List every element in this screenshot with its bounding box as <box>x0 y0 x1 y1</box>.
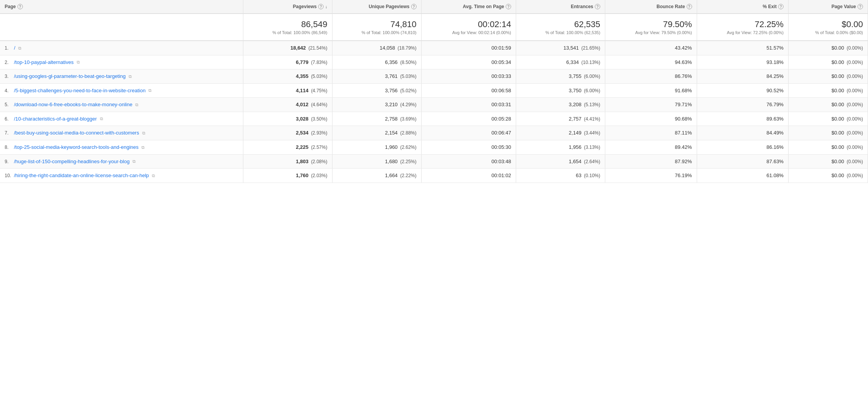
col-label-avg-time: Avg. Time on Page <box>463 4 504 9</box>
copy-icon[interactable]: ⧉ <box>152 173 157 179</box>
unique-pageviews-cell: 2,154 (2.88%) <box>332 126 421 140</box>
summary-bounce-rate-main: 79.50% <box>610 19 692 29</box>
row-number: 7. <box>5 130 12 136</box>
row-number: 6. <box>5 116 12 122</box>
pct-exit-cell: 87.63% <box>697 154 789 169</box>
avg-time-cell: 00:05:30 <box>421 140 516 154</box>
avg-time-value: 00:05:30 <box>491 144 511 150</box>
page-value-value: $0.00 <box>832 116 844 122</box>
entrances-cell: 3,750 (6.00%) <box>516 83 605 98</box>
entrances-cell: 3,208 (5.13%) <box>516 98 605 112</box>
page-cell: 5. /download-now-6-free-ebooks-to-make-m… <box>0 98 243 112</box>
col-label-page-value: Page Value <box>832 4 856 9</box>
pageviews-cell: 4,355 (5.03%) <box>243 69 332 84</box>
unique-pageviews-cell: 3,761 (5.03%) <box>332 69 421 84</box>
entrances-value: 6,334 <box>566 59 579 65</box>
pct-exit-cell: 61.08% <box>697 169 789 183</box>
summary-unique-pageviews-main: 74,810 <box>337 19 417 29</box>
pct-exit-value: 87.63% <box>766 159 784 164</box>
bounce-rate-value: 87.11% <box>675 130 692 136</box>
page-value-pct: (0.00%) <box>847 130 863 136</box>
bounce-rate-cell: 87.11% <box>605 126 697 140</box>
unique-pageviews-cell: 1,664 (2.22%) <box>332 169 421 183</box>
entrances-value: 63 <box>576 172 581 178</box>
unique-pageviews-pct: (5.03%) <box>400 74 417 79</box>
summary-avg-time-main: 00:02:14 <box>426 19 511 29</box>
question-icon-entrances[interactable]: ? <box>595 4 600 9</box>
bounce-rate-cell: 91.68% <box>605 83 697 98</box>
pageviews-cell: 1,803 (2.08%) <box>243 154 332 169</box>
page-link[interactable]: /top-10-paypal-alternatives <box>14 59 74 65</box>
page-link[interactable]: /10-characteristics-of-a-great-blogger <box>14 116 97 122</box>
pct-exit-cell: 84.25% <box>697 69 789 84</box>
entrances-cell: 3,755 (6.00%) <box>516 69 605 84</box>
entrances-value: 3,755 <box>569 73 582 79</box>
avg-time-value: 00:03:48 <box>491 159 511 164</box>
question-icon-page[interactable]: ? <box>17 4 23 9</box>
pageviews-pct: (7.83%) <box>311 60 327 65</box>
bounce-rate-value: 76.19% <box>675 172 692 178</box>
unique-pageviews-pct: (4.29%) <box>400 102 417 107</box>
pageviews-pct: (2.93%) <box>311 130 327 136</box>
unique-pageviews-cell: 14,058 (18.79%) <box>332 41 421 55</box>
copy-icon[interactable]: ⧉ <box>142 131 148 136</box>
page-value-cell: $0.00 (0.00%) <box>789 69 868 84</box>
table-row: 1. / ⧉ 18,642 (21.54%)14,058 (18.79%)00:… <box>0 41 868 55</box>
page-value-cell: $0.00 (0.00%) <box>789 98 868 112</box>
page-link[interactable]: /5-biggest-challenges-you-need-to-face-i… <box>14 88 146 93</box>
page-cell: 9. /huge-list-of-150-compelling-headline… <box>0 154 243 169</box>
unique-pageviews-cell: 1,960 (2.62%) <box>332 140 421 154</box>
copy-icon[interactable]: ⧉ <box>100 116 105 122</box>
row-number: 9. <box>5 159 12 164</box>
unique-pageviews-pct: (18.79%) <box>398 45 417 51</box>
row-number: 10. <box>5 172 12 178</box>
entrances-cell: 2,757 (4.41%) <box>516 112 605 126</box>
page-link[interactable]: /best-buy-using-social-media-to-connect-… <box>14 130 139 136</box>
page-link[interactable]: /hiring-the-right-candidate-an-online-li… <box>14 172 149 178</box>
unique-pageviews-cell: 3,210 (4.29%) <box>332 98 421 112</box>
copy-icon[interactable]: ⧉ <box>77 60 82 65</box>
question-icon-unique-pageviews[interactable]: ? <box>411 4 417 9</box>
entrances-pct: (5.13%) <box>584 102 600 107</box>
page-link[interactable]: / <box>14 45 16 51</box>
question-icon-bounce-rate[interactable]: ? <box>687 4 692 9</box>
copy-icon[interactable]: ⧉ <box>148 88 154 93</box>
question-icon-avg-time[interactable]: ? <box>506 4 511 9</box>
avg-time-value: 00:01:02 <box>491 172 511 178</box>
page-value-pct: (0.00%) <box>847 116 863 122</box>
unique-pageviews-pct: (5.02%) <box>400 88 417 93</box>
col-label-entrances: Entrances <box>571 4 593 9</box>
col-header-entrances: Entrances ? <box>516 0 605 14</box>
question-icon-pct-exit[interactable]: ? <box>778 4 784 9</box>
question-icon-pageviews[interactable]: ? <box>318 4 324 9</box>
table-row: 4. /5-biggest-challenges-you-need-to-fac… <box>0 83 868 98</box>
pct-exit-cell: 93.18% <box>697 55 789 69</box>
copy-icon[interactable]: ⧉ <box>135 102 141 108</box>
table-row: 9. /huge-list-of-150-compelling-headline… <box>0 154 868 169</box>
copy-icon[interactable]: ⧉ <box>133 159 138 164</box>
pageviews-value: 4,012 <box>296 102 308 107</box>
pct-exit-cell: 86.16% <box>697 140 789 154</box>
copy-icon[interactable]: ⧉ <box>141 145 147 150</box>
page-value-value: $0.00 <box>832 130 844 136</box>
page-link[interactable]: /download-now-6-free-ebooks-to-make-mone… <box>14 102 133 107</box>
page-link[interactable]: /top-25-social-media-keyword-search-tool… <box>14 144 139 150</box>
unique-pageviews-pct: (3.69%) <box>400 116 417 122</box>
copy-icon[interactable]: ⧉ <box>129 74 134 79</box>
summary-row: 86,549 % of Total: 100.00% (86,549) 74,8… <box>0 14 868 41</box>
summary-pct-exit-main: 72.25% <box>702 19 784 29</box>
copy-icon[interactable]: ⧉ <box>18 46 24 51</box>
unique-pageviews-cell: 6,356 (8.50%) <box>332 55 421 69</box>
sort-arrow-pageviews[interactable]: ↓ <box>325 4 327 9</box>
pageviews-pct: (5.03%) <box>311 74 327 79</box>
page-link[interactable]: /using-googles-gl-parameter-to-beat-geo-… <box>14 73 126 79</box>
page-value-pct: (0.00%) <box>847 60 863 65</box>
pageviews-pct: (4.64%) <box>311 102 327 107</box>
unique-pageviews-value: 3,210 <box>385 102 398 107</box>
summary-bounce-rate: 79.50% Avg for View: 79.50% (0.00%) <box>605 14 697 41</box>
page-link[interactable]: /huge-list-of-150-compelling-headlines-f… <box>14 159 129 164</box>
page-value-cell: $0.00 (0.00%) <box>789 140 868 154</box>
question-icon-page-value[interactable]: ? <box>858 4 863 9</box>
bounce-rate-value: 43.42% <box>675 45 692 51</box>
col-header-pageviews: Pageviews ? ↓ <box>243 0 332 14</box>
